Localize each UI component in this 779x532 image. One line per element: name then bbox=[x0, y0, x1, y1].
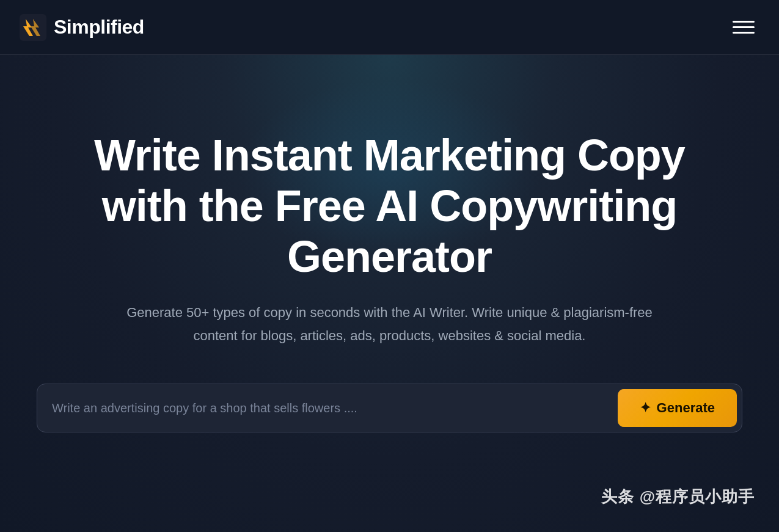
generate-button[interactable]: ✦ Generate bbox=[618, 389, 737, 427]
hamburger-line-1 bbox=[733, 21, 755, 23]
hamburger-line-2 bbox=[733, 26, 755, 28]
hero-title: Write Instant Marketing Copy with the Fr… bbox=[54, 130, 726, 282]
generate-button-label: Generate bbox=[657, 400, 715, 416]
hamburger-menu-button[interactable] bbox=[728, 16, 759, 38]
logo-area: Simplified bbox=[20, 14, 144, 41]
hero-section: Write Instant Marketing Copy with the Fr… bbox=[0, 55, 779, 532]
search-input[interactable] bbox=[52, 393, 618, 424]
watermark: 头条 @程序员小助手 bbox=[601, 486, 755, 508]
generate-icon: ✦ bbox=[640, 400, 651, 416]
header: Simplified bbox=[0, 0, 779, 55]
logo-text: Simplified bbox=[54, 16, 144, 38]
logo-icon bbox=[20, 14, 46, 41]
hero-subtitle: Generate 50+ types of copy in seconds wi… bbox=[115, 301, 665, 347]
hamburger-line-3 bbox=[733, 32, 755, 34]
search-bar: ✦ Generate bbox=[37, 384, 742, 432]
